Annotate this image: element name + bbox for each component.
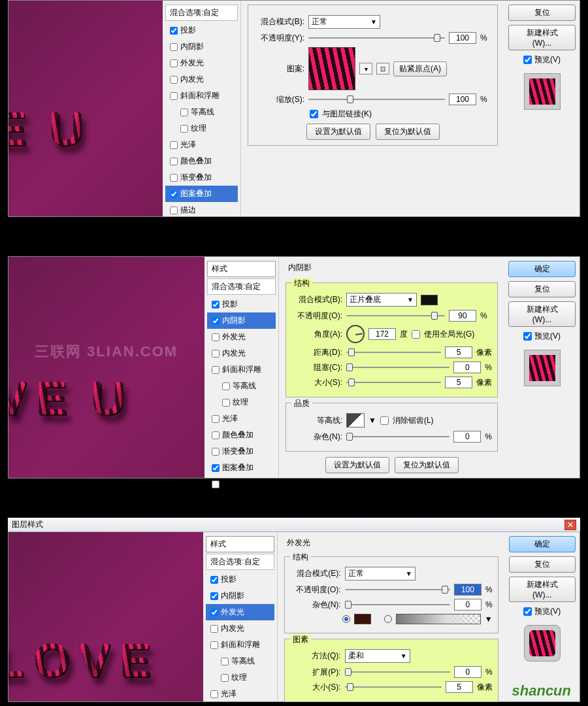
style-drop-shadow[interactable]: 投影 [207, 296, 276, 312]
blend-mode-dropdown[interactable]: 正常 ▼ [345, 567, 416, 580]
style-stroke[interactable]: 描边 [207, 476, 276, 492]
gradient-picker[interactable] [396, 614, 481, 624]
ck[interactable] [210, 609, 218, 616]
ck[interactable] [212, 480, 220, 488]
ck[interactable] [210, 576, 218, 584]
ck[interactable] [222, 399, 230, 407]
chevron-down-icon[interactable]: ▼ [368, 416, 376, 425]
ck[interactable] [210, 641, 218, 649]
style-inner-shadow[interactable]: 内阴影 [165, 39, 238, 55]
size-slider[interactable] [345, 682, 442, 692]
antialias-check[interactable] [380, 416, 389, 425]
style-gradient-overlay[interactable]: 渐变叠加 [165, 169, 238, 186]
style-contour[interactable]: 等高线 [207, 378, 276, 394]
drop-shadow-check[interactable] [170, 27, 178, 35]
style-satin[interactable]: 光泽 [206, 686, 274, 702]
ck[interactable] [212, 333, 220, 341]
preview-check[interactable] [523, 332, 532, 341]
blend-options-header[interactable]: 混合选项:自定 [165, 5, 238, 21]
set-default-button[interactable]: 设置为默认值 [306, 124, 370, 140]
ck[interactable] [210, 592, 218, 600]
ck[interactable] [212, 448, 220, 456]
style-contour[interactable]: 等高线 [206, 653, 274, 669]
satin-check[interactable] [170, 141, 178, 149]
ck[interactable] [221, 658, 229, 665]
preview-check[interactable] [523, 56, 532, 64]
opacity-value[interactable]: 100 [454, 584, 482, 596]
blend-mode-dropdown[interactable]: 正常 ▼ [308, 15, 380, 29]
style-inner-shadow[interactable]: 内阴影 [206, 588, 274, 604]
style-pattern-overlay[interactable]: 图案叠加 [207, 460, 276, 476]
style-satin[interactable]: 光泽 [207, 411, 276, 427]
opacity-value[interactable]: 100 [449, 32, 476, 44]
link-layer-check[interactable] [310, 110, 318, 118]
blend-options-header[interactable]: 混合选项:自定 [206, 554, 274, 570]
stroke-check[interactable] [170, 207, 178, 214]
spread-value[interactable]: 0 [454, 666, 482, 678]
color-radio[interactable] [342, 615, 350, 623]
distance-slider[interactable] [346, 348, 441, 357]
new-preset-button[interactable]: ⊡ [376, 63, 389, 75]
new-style-button[interactable]: 新建样式(W)... [508, 301, 576, 327]
ok-button[interactable]: 确定 [508, 261, 576, 277]
color-overlay-check[interactable] [170, 158, 178, 165]
style-gradient-overlay[interactable]: 渐变叠加 [207, 443, 276, 460]
method-dropdown[interactable]: 柔和 ▼ [345, 649, 410, 663]
style-inner-glow[interactable]: 内发光 [206, 620, 274, 637]
ck[interactable] [210, 690, 218, 698]
inner-shadow-check[interactable] [170, 43, 178, 51]
style-outer-glow[interactable]: 外发光 [206, 604, 274, 620]
style-outer-glow[interactable]: 外发光 [165, 55, 238, 71]
size-value[interactable]: 5 [445, 377, 472, 388]
pattern-picker-button[interactable]: ▾ [359, 63, 372, 75]
reset-button[interactable]: 复位 [509, 556, 576, 573]
style-pattern-overlay[interactable]: 图案叠加 [165, 186, 238, 202]
new-style-button[interactable]: 新建样式(W)... [508, 25, 576, 50]
ck[interactable] [222, 382, 230, 390]
ck[interactable] [212, 464, 220, 472]
snap-origin-button[interactable]: 贴紧原点(A) [393, 61, 447, 76]
contour-picker[interactable] [346, 413, 365, 428]
angle-value[interactable]: 172 [368, 328, 396, 340]
noise-slider[interactable] [345, 600, 450, 609]
reset-default-button[interactable]: 复位为默认值 [376, 124, 440, 140]
ck[interactable] [212, 431, 220, 439]
style-bevel[interactable]: 斜面和浮雕 [165, 88, 238, 104]
style-outer-glow[interactable]: 外发光 [207, 329, 276, 345]
ck[interactable] [212, 317, 220, 325]
blend-mode-dropdown[interactable]: 正片叠底 ▼ [346, 293, 417, 307]
reset-default-button[interactable]: 复位为默认值 [395, 457, 459, 473]
style-inner-glow[interactable]: 内发光 [207, 345, 276, 361]
style-bevel[interactable]: 斜面和浮雕 [207, 361, 276, 378]
noise-slider[interactable] [346, 432, 449, 441]
pattern-thumbnail[interactable] [308, 47, 355, 90]
style-bevel[interactable]: 斜面和浮雕 [206, 637, 274, 653]
blend-options-header[interactable]: 混合选项:自定 [207, 278, 276, 295]
reset-button[interactable]: 复位 [508, 5, 576, 21]
contour-check[interactable] [180, 109, 188, 116]
scale-slider[interactable] [308, 95, 445, 104]
ck[interactable] [212, 301, 220, 309]
chevron-down-icon[interactable]: ▼ [485, 614, 493, 624]
style-stroke[interactable]: 描边 [165, 202, 238, 218]
ck[interactable] [210, 625, 218, 633]
new-style-button[interactable]: 新建样式(W)... [509, 577, 576, 602]
ck[interactable] [212, 415, 220, 423]
outer-glow-check[interactable] [170, 59, 178, 67]
opacity-slider[interactable] [345, 585, 450, 594]
ok-button[interactable]: 确定 [509, 536, 576, 552]
styles-header[interactable]: 样式 [207, 261, 276, 277]
size-value[interactable]: 5 [446, 681, 473, 693]
style-satin[interactable]: 光泽 [165, 137, 238, 153]
noise-value[interactable]: 0 [453, 431, 481, 443]
choke-value[interactable]: 0 [453, 361, 481, 373]
gradient-radio[interactable] [384, 615, 392, 623]
style-drop-shadow[interactable]: 投影 [206, 571, 274, 588]
style-texture[interactable]: 纹理 [207, 394, 276, 411]
noise-value[interactable]: 0 [454, 599, 482, 611]
ck[interactable] [221, 674, 229, 682]
set-default-button[interactable]: 设置为默认值 [325, 457, 389, 473]
reset-button[interactable]: 复位 [508, 281, 576, 297]
gradient-overlay-check[interactable] [170, 174, 178, 182]
shadow-color-chip[interactable] [421, 295, 438, 305]
